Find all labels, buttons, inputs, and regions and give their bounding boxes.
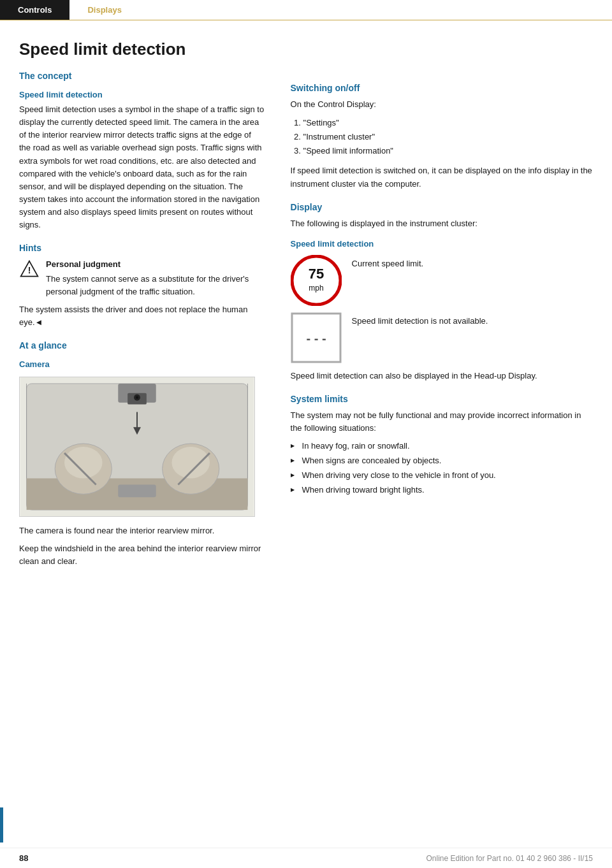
svg-text:mph: mph: [309, 284, 323, 293]
svg-text:- - -: - - -: [306, 331, 326, 345]
main-content: Speed limit detection The concept Speed …: [0, 20, 612, 599]
hints-heading: Hints: [19, 243, 265, 253]
warning-body2: The system assists the driver and does n…: [19, 303, 265, 329]
speed-limit-subheading: Speed limit detection: [19, 90, 265, 99]
speed-sign-75: 75 mph: [291, 255, 342, 306]
header-tabs: Controls Displays: [0, 0, 612, 20]
warning-text-content: Personal judgment The system cannot serv…: [46, 258, 265, 298]
speed-limit-body: Speed limit detection uses a symbol in t…: [19, 103, 265, 231]
switching-note: If speed limit detection is switched on,…: [291, 164, 593, 190]
switching-heading: Switching on/off: [291, 83, 593, 93]
svg-point-12: [172, 447, 210, 479]
svg-point-8: [136, 396, 138, 399]
system-limits-intro: The system may not be fully functional a…: [291, 409, 593, 435]
bullet-3: When driving very close to the vehicle i…: [291, 469, 593, 482]
system-limits-heading: System limits: [291, 394, 593, 404]
bullet-4: When driving toward bright lights.: [291, 484, 593, 497]
hud-note: Speed limit detection can also be displa…: [291, 370, 593, 382]
camera-image: [19, 377, 255, 517]
sign-75-caption: Current speed limit.: [352, 255, 424, 270]
camera-subheading: Camera: [19, 359, 265, 369]
step-1: "Settings": [303, 116, 593, 130]
svg-point-10: [64, 447, 102, 479]
display-heading: Display: [291, 202, 593, 212]
camera-caption2: Keep the windshield in the area behind t…: [19, 542, 265, 568]
warning-icon: !: [19, 259, 40, 280]
footer-page-number: 88: [19, 853, 28, 863]
speed-sign-dash-row: - - - Speed limit detection is not avail…: [291, 312, 593, 363]
system-limits-list: In heavy fog, rain or snowfall. When sig…: [291, 440, 593, 496]
concept-heading: The concept: [19, 71, 265, 81]
step-2: "Instrument cluster": [303, 130, 593, 144]
speed-sign-dash: - - -: [291, 312, 342, 363]
footer: 88 Online Edition for Part no. 01 40 2 9…: [0, 848, 612, 868]
bullet-1: In heavy fog, rain or snowfall.: [291, 440, 593, 453]
switching-steps: "Settings" "Instrument cluster" "Speed l…: [291, 116, 593, 158]
left-column: Speed limit detection The concept Speed …: [19, 33, 284, 574]
at-glance-heading: At a glance: [19, 340, 265, 351]
warning-box: ! Personal judgment The system cannot se…: [19, 258, 265, 298]
display-intro: The following is displayed in the instru…: [291, 217, 593, 230]
svg-text:!: !: [28, 266, 31, 276]
warning-body1: The system cannot serve as a substitute …: [46, 274, 249, 296]
page-title: Speed limit detection: [19, 40, 265, 59]
svg-rect-13: [118, 485, 156, 498]
footer-text: Online Edition for Part no. 01 40 2 960 …: [426, 854, 593, 863]
bullet-2: When signs are concealed by objects.: [291, 454, 593, 468]
speed-limit-display-subheading: Speed limit detection: [291, 239, 593, 249]
tab-controls[interactable]: Controls: [0, 0, 69, 20]
speed-sign-75-row: 75 mph Current speed limit.: [291, 255, 593, 306]
sign-dash-caption: Speed limit detection is not available.: [352, 312, 488, 328]
right-column: Switching on/off On the Control Display:…: [284, 33, 593, 574]
svg-text:75: 75: [308, 266, 323, 282]
left-accent-bar: [0, 807, 3, 843]
camera-caption: The camera is found near the interior re…: [19, 524, 265, 537]
step-3: "Speed limit information": [303, 144, 593, 158]
warning-label: Personal judgment: [46, 258, 265, 271]
switching-intro: On the Control Display:: [291, 98, 593, 111]
tab-displays[interactable]: Displays: [69, 0, 139, 20]
